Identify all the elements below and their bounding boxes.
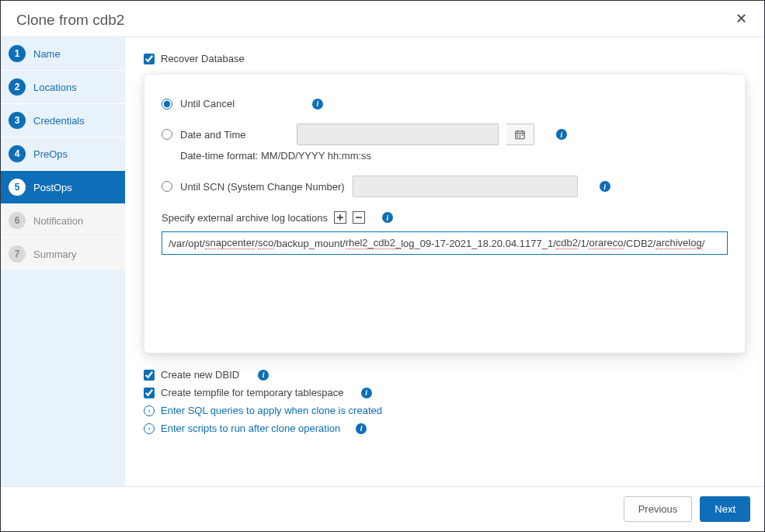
sidebar-item-credentials[interactable]: 3 Credentials (1, 103, 125, 137)
sidebar-item-preops[interactable]: 4 PreOps (1, 137, 125, 170)
remove-archive-button[interactable] (353, 211, 365, 224)
step-number: 2 (9, 78, 26, 96)
sidebar-item-label: PreOps (33, 148, 68, 160)
recover-database-checkbox[interactable] (144, 54, 155, 64)
modal-title: Clone from cdb2 (16, 12, 124, 29)
scripts-expander[interactable]: › Enter scripts to run after clone opera… (144, 422, 746, 434)
info-icon[interactable]: i (382, 212, 393, 223)
svg-rect-4 (522, 134, 523, 136)
chevron-right-icon: › (144, 423, 155, 434)
clone-wizard-modal: Clone from cdb2 ✕ 1 Name 2 Locations 3 C… (0, 0, 765, 532)
step-number: 7 (9, 245, 26, 263)
previous-button[interactable]: Previous (624, 496, 693, 522)
info-icon[interactable]: i (312, 99, 323, 110)
scripts-label: Enter scripts to run after clone operati… (161, 422, 340, 434)
info-icon[interactable]: i (556, 129, 567, 140)
recover-panel: Until Cancel i Date and Time i Date-time… (144, 74, 746, 353)
until-cancel-radio[interactable] (162, 99, 172, 110)
date-time-hint: Date-time format: MM/DD/YYYY hh:mm:ss (180, 150, 728, 162)
create-dbid-checkbox[interactable] (144, 370, 155, 381)
archive-spec-label: Specify external archive log locations (162, 212, 328, 224)
create-dbid-label: Create new DBID (161, 369, 239, 381)
until-scn-label: Until SCN (System Change Number) (180, 181, 345, 193)
date-time-label: Date and Time (180, 129, 289, 141)
info-icon[interactable]: i (600, 181, 610, 192)
sidebar-item-name[interactable]: 1 Name (1, 37, 125, 70)
modal-body: 1 Name 2 Locations 3 Credentials 4 PreOp… (1, 37, 764, 486)
calendar-icon (515, 130, 525, 140)
step-number: 6 (9, 212, 26, 229)
modal-footer: Previous Next (1, 486, 764, 531)
sidebar-item-postops[interactable]: 5 PostOps (1, 170, 125, 203)
step-number: 3 (9, 112, 26, 129)
chevron-right-icon: › (144, 405, 155, 416)
sql-queries-expander[interactable]: › Enter SQL queries to apply when clone … (144, 405, 746, 416)
until-cancel-label: Until Cancel (180, 98, 304, 110)
sidebar-item-summary[interactable]: 7 Summary (1, 237, 125, 270)
archive-path-value: /var/opt/snapcenter/sco/backup_mount/rhe… (169, 232, 721, 254)
postops-content: Recover Database Until Cancel i Date and… (125, 37, 764, 486)
archive-path-input[interactable]: /var/opt/snapcenter/sco/backup_mount/rhe… (162, 231, 728, 255)
svg-rect-2 (516, 134, 518, 136)
step-number: 1 (9, 45, 26, 62)
sidebar-item-label: Locations (33, 82, 77, 93)
modal-header: Clone from cdb2 ✕ (1, 1, 764, 37)
sidebar-item-label: Name (33, 48, 61, 60)
info-icon[interactable]: i (361, 388, 372, 398)
svg-rect-3 (520, 134, 521, 136)
until-scn-radio[interactable] (162, 181, 172, 192)
sidebar-item-label: Summary (33, 249, 77, 260)
svg-rect-5 (516, 136, 518, 137)
minus-icon (355, 214, 363, 221)
info-icon[interactable]: i (258, 370, 269, 381)
sidebar-item-locations[interactable]: 2 Locations (1, 70, 125, 103)
add-archive-button[interactable] (334, 211, 346, 224)
sidebar-item-label: Notification (33, 215, 83, 227)
step-number: 5 (9, 179, 26, 196)
sidebar-item-label: PostOps (33, 182, 72, 193)
recover-database-label: Recover Database (161, 53, 245, 64)
date-time-radio[interactable] (162, 129, 172, 140)
plus-icon (336, 214, 344, 221)
step-number: 4 (9, 145, 26, 162)
sql-queries-label: Enter SQL queries to apply when clone is… (161, 405, 382, 416)
next-button[interactable]: Next (700, 496, 750, 522)
calendar-button[interactable] (506, 123, 534, 145)
close-button[interactable]: ✕ (734, 12, 749, 26)
info-icon[interactable]: i (356, 423, 367, 434)
sidebar-item-notification[interactable]: 6 Notification (1, 203, 125, 237)
create-tempfile-label: Create tempfile for temporary tablespace (161, 387, 344, 398)
create-tempfile-checkbox[interactable] (144, 388, 155, 398)
sidebar-item-label: Credentials (33, 115, 85, 127)
wizard-sidebar: 1 Name 2 Locations 3 Credentials 4 PreOp… (1, 37, 125, 486)
date-time-input[interactable] (297, 123, 499, 145)
svg-rect-6 (520, 136, 521, 137)
scn-input[interactable] (353, 176, 578, 197)
